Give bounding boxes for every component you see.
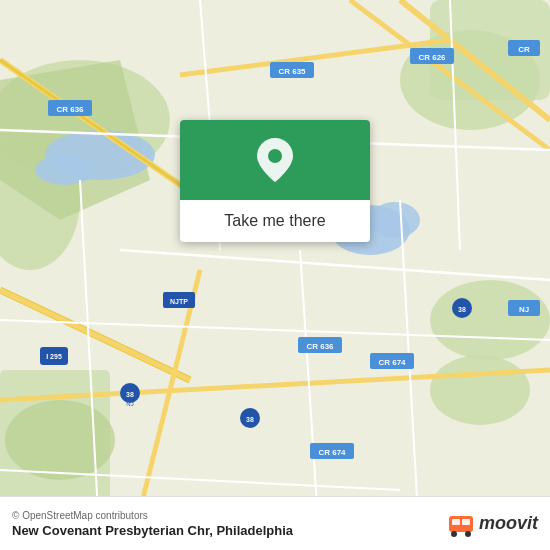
svg-text:NJ: NJ <box>126 401 133 407</box>
card-green-header <box>180 120 370 200</box>
svg-point-64 <box>465 531 471 537</box>
moovit-brand-text: moovit <box>479 513 538 534</box>
moovit-bus-icon <box>447 510 475 538</box>
svg-text:CR 636: CR 636 <box>306 342 334 351</box>
map-background: CR 636 CR 635 CR 626 CR 636 CR 674 CR 67… <box>0 0 550 550</box>
bottom-bar: © OpenStreetMap contributors New Covenan… <box>0 496 550 550</box>
svg-text:CR 635: CR 635 <box>278 67 306 76</box>
svg-text:CR 626: CR 626 <box>418 53 446 62</box>
moovit-logo: moovit <box>447 510 538 538</box>
location-pin-icon <box>257 138 293 182</box>
map-container: CR 636 CR 635 CR 626 CR 636 CR 674 CR 67… <box>0 0 550 550</box>
svg-point-10 <box>430 280 550 360</box>
svg-text:CR 636: CR 636 <box>56 105 84 114</box>
svg-text:38: 38 <box>246 416 254 423</box>
svg-point-59 <box>268 149 282 163</box>
svg-text:NJ: NJ <box>519 305 529 314</box>
location-title: New Covenant Presbyterian Chr, Philadelp… <box>12 523 293 538</box>
svg-rect-62 <box>462 519 470 525</box>
svg-point-63 <box>451 531 457 537</box>
take-me-there-button[interactable]: Take me there <box>180 200 370 242</box>
take-me-there-card: Take me there <box>180 120 370 242</box>
svg-text:NJTP: NJTP <box>170 298 188 305</box>
svg-point-5 <box>35 155 95 185</box>
svg-rect-61 <box>452 519 460 525</box>
svg-point-11 <box>430 355 530 425</box>
svg-text:CR 674: CR 674 <box>318 448 346 457</box>
bottom-left-info: © OpenStreetMap contributors New Covenan… <box>12 510 293 538</box>
svg-text:I 295: I 295 <box>46 353 62 360</box>
svg-point-7 <box>370 202 420 238</box>
svg-text:38: 38 <box>126 391 134 398</box>
svg-text:CR 674: CR 674 <box>378 358 406 367</box>
copyright-text: © OpenStreetMap contributors <box>12 510 293 521</box>
svg-point-13 <box>5 400 115 480</box>
svg-text:38: 38 <box>458 306 466 313</box>
svg-text:CR: CR <box>518 45 530 54</box>
